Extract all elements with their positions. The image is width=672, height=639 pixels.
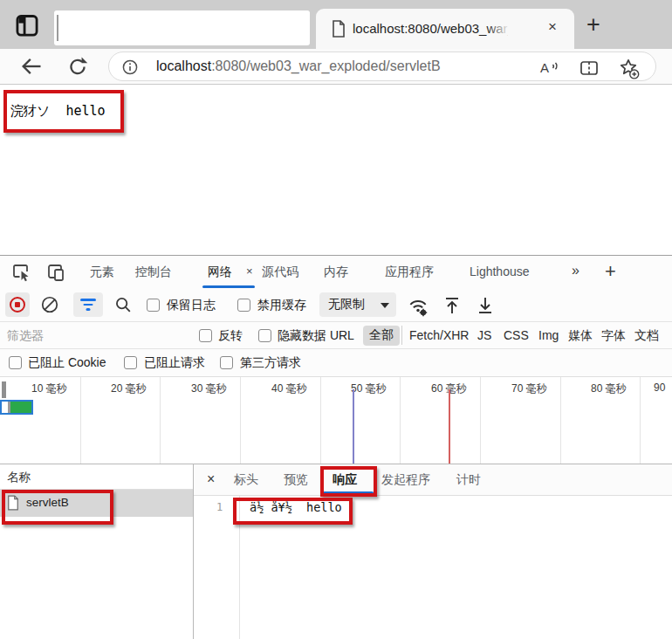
gridline bbox=[400, 377, 401, 464]
filter-chip-all[interactable]: 全部 bbox=[363, 326, 400, 346]
filter-chip-img[interactable]: Img bbox=[538, 328, 559, 342]
gridline bbox=[240, 377, 241, 464]
filter-chip-js[interactable]: JS bbox=[477, 328, 491, 342]
browser-window: localhost:8080/web03_war_explo × + bbox=[0, 0, 672, 639]
detail-tab-strip: × 标头 预览 响应 发起程序 计时 bbox=[194, 464, 672, 496]
timeline-tick: 40 毫秒 bbox=[271, 381, 307, 396]
request-row-servletb[interactable]: servletB bbox=[0, 490, 193, 517]
favorites-star-icon[interactable] bbox=[617, 57, 640, 79]
response-line-number: 1 bbox=[216, 501, 223, 513]
timeline-scrubber[interactable] bbox=[2, 381, 6, 398]
invert-filter-checkbox[interactable] bbox=[199, 329, 212, 342]
tab-close-icon[interactable]: × bbox=[548, 18, 557, 36]
network-overview-timeline[interactable]: 10 毫秒 20 毫秒 30 毫秒 40 毫秒 50 毫秒 60 毫秒 70 毫… bbox=[0, 377, 672, 464]
document-icon bbox=[7, 495, 19, 511]
load-event-marker bbox=[449, 389, 450, 464]
browser-tab[interactable]: localhost:8080/web03_war_explo × bbox=[316, 9, 574, 49]
clear-network-log-icon[interactable] bbox=[40, 295, 59, 314]
detail-tab-preview[interactable]: 预览 bbox=[284, 472, 308, 488]
domcontentloaded-marker bbox=[353, 389, 354, 464]
gridline bbox=[320, 377, 321, 464]
gridline bbox=[560, 377, 561, 464]
search-icon[interactable] bbox=[113, 295, 133, 314]
devtools-tab-network[interactable]: 网络 bbox=[208, 265, 232, 280]
disable-cache-checkbox[interactable] bbox=[237, 299, 250, 312]
active-tab-underline bbox=[202, 285, 255, 288]
devtools-tab-console[interactable]: 控制台 bbox=[135, 265, 172, 280]
more-tabs-icon[interactable]: » bbox=[572, 263, 579, 278]
detail-tab-response[interactable]: 响应 bbox=[333, 472, 357, 488]
url-path: :8080/web03_war_exploded/servletB bbox=[211, 58, 440, 73]
invert-filter-label: 反转 bbox=[218, 328, 243, 344]
blocked-requests-checkbox[interactable] bbox=[124, 356, 137, 369]
request-list-panel: 名称 servletB bbox=[0, 464, 194, 639]
new-tab-button[interactable]: + bbox=[586, 11, 600, 38]
read-aloud-icon[interactable]: A bbox=[538, 58, 559, 79]
url-host: localhost bbox=[156, 58, 211, 73]
gridline bbox=[160, 377, 161, 464]
devtools-tab-lighthouse[interactable]: Lighthouse bbox=[470, 265, 530, 278]
back-icon[interactable] bbox=[19, 54, 44, 79]
blocked-cookies-label: 已阻止 Cookie bbox=[28, 355, 106, 371]
hide-data-urls-checkbox[interactable] bbox=[258, 329, 271, 342]
third-party-requests-checkbox[interactable] bbox=[220, 356, 233, 369]
split-screen-icon[interactable] bbox=[579, 58, 600, 79]
editor-gutter-divider bbox=[239, 496, 240, 639]
export-har-icon[interactable] bbox=[475, 295, 496, 316]
filter-chip-doc[interactable]: 文档 bbox=[634, 328, 659, 344]
timeline-tick: 30 毫秒 bbox=[191, 381, 227, 396]
import-har-icon[interactable] bbox=[442, 295, 463, 316]
devtools-tab-elements[interactable]: 元素 bbox=[90, 265, 114, 280]
request-name: servletB bbox=[26, 496, 69, 509]
url-text: localhost:8080/web03_war_exploded/servle… bbox=[156, 58, 441, 74]
add-devtools-tab-icon[interactable]: + bbox=[605, 260, 616, 283]
preserve-log-checkbox[interactable] bbox=[147, 299, 160, 312]
record-network-log-button[interactable] bbox=[5, 292, 30, 317]
network-detail-area: 名称 servletB × 标头 预览 响应 bbox=[0, 464, 672, 639]
network-conditions-icon[interactable] bbox=[407, 295, 429, 318]
record-icon bbox=[10, 297, 25, 313]
chevron-down-icon bbox=[381, 303, 389, 308]
filter-input[interactable]: 筛选器 bbox=[7, 328, 44, 344]
request-waterfall-bar[interactable] bbox=[0, 400, 33, 415]
detail-tab-headers[interactable]: 标头 bbox=[234, 472, 258, 488]
refresh-icon[interactable] bbox=[66, 55, 89, 78]
titlebar: localhost:8080/web03_war_explo × + bbox=[0, 0, 672, 49]
devtools-tab-application[interactable]: 应用程序 bbox=[385, 265, 434, 280]
gridline bbox=[640, 377, 641, 464]
active-detail-tab-underline bbox=[323, 491, 374, 494]
gridline bbox=[480, 377, 481, 464]
response-detail-panel: × 标头 预览 响应 发起程序 计时 1 ä½ å¥½ hello bbox=[194, 464, 672, 639]
name-column-header[interactable]: 名称 bbox=[0, 464, 193, 490]
devtools-tab-memory[interactable]: 内存 bbox=[324, 265, 348, 280]
device-toolbar-icon[interactable] bbox=[45, 262, 66, 283]
filter-chip-css[interactable]: CSS bbox=[504, 328, 529, 342]
blocked-filters-row: 已阻止 Cookie 已阻止请求 第三方请求 bbox=[0, 349, 672, 377]
blocked-cookies-checkbox[interactable] bbox=[9, 356, 22, 369]
address-bar: localhost:8080/web03_war_exploded/servle… bbox=[0, 49, 672, 85]
svg-text:A: A bbox=[540, 60, 549, 75]
inspect-element-icon[interactable] bbox=[10, 262, 31, 283]
chip-separator bbox=[401, 326, 402, 345]
timeline-tick: 20 毫秒 bbox=[111, 381, 147, 396]
detail-tab-initiator[interactable]: 发起程序 bbox=[381, 472, 430, 488]
network-toolbar: 保留日志 禁用缓存 无限制 bbox=[0, 289, 672, 322]
preserve-log-label: 保留日志 bbox=[167, 298, 216, 313]
address-field[interactable]: localhost:8080/web03_war_exploded/servle… bbox=[108, 52, 656, 81]
filter-chip-fetch-xhr[interactable]: Fetch/XHR bbox=[409, 328, 469, 342]
waterfall-download-segment bbox=[10, 402, 31, 413]
blocked-requests-label: 已阻止请求 bbox=[144, 355, 205, 371]
detail-tab-timing[interactable]: 计时 bbox=[456, 472, 481, 488]
filter-toggle-button[interactable] bbox=[73, 292, 103, 317]
network-tab-close-icon[interactable]: × bbox=[246, 265, 253, 278]
network-filter-row: 筛选器 反转 隐藏数据 URL 全部 Fetch/XHR JS CSS Img … bbox=[0, 322, 672, 349]
workspaces-icon[interactable] bbox=[15, 13, 39, 38]
tab-title: localhost:8080/web03_war_explo bbox=[353, 21, 508, 38]
filter-chip-media[interactable]: 媒体 bbox=[568, 328, 593, 344]
site-info-icon[interactable] bbox=[121, 58, 139, 76]
filter-chip-font[interactable]: 字体 bbox=[601, 328, 626, 344]
devtools-tab-sources[interactable]: 源代码 bbox=[262, 265, 298, 280]
throttling-dropdown[interactable]: 无限制 bbox=[319, 292, 396, 317]
titlebar-blank-field[interactable] bbox=[54, 10, 310, 45]
close-detail-icon[interactable]: × bbox=[207, 471, 215, 487]
